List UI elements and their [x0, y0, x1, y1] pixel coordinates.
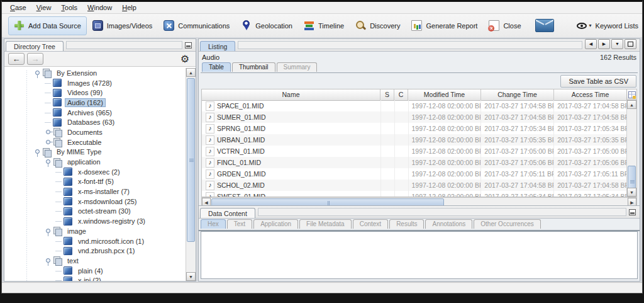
geolocation-button[interactable]: Geolocation — [235, 16, 298, 35]
tree-item[interactable]: Documents — [4, 127, 186, 137]
tree-expand-handle[interactable] — [54, 197, 64, 206]
tree-item[interactable]: octet-stream (30) — [4, 207, 186, 217]
tree-item[interactable]: Executable — [4, 137, 186, 147]
view-tab[interactable]: Summary — [277, 62, 318, 72]
tree-item[interactable]: By Extension — [4, 68, 186, 78]
generate-report-button[interactable]: Generate Report — [406, 16, 483, 35]
column-header-change-time[interactable]: Change Time — [481, 89, 554, 100]
data-content-tab[interactable]: Results — [389, 219, 424, 229]
tree-item[interactable]: image — [4, 226, 186, 236]
table-row[interactable]: VCTRN_01.MID 1997-12-08 02:00:00 BRST 20… — [202, 146, 626, 157]
tree-item[interactable]: By MIME Type — [4, 147, 186, 157]
keyword-lists-button[interactable]: ▾ Keyword Lists — [571, 16, 644, 35]
tree-expand-handle[interactable] — [43, 128, 53, 137]
column-header-modified-time[interactable]: Modified Time — [408, 89, 481, 100]
data-content-tab[interactable]: File Metadata — [299, 219, 352, 229]
maximize-panel-button[interactable] — [625, 39, 636, 49]
scroll-tabs-right-button[interactable]: ▶ — [598, 39, 610, 49]
tree-item[interactable]: Archives (965) — [4, 108, 186, 118]
table-row[interactable]: SPRNG_01.MID 1997-12-08 02:00:00 BRST 20… — [202, 123, 626, 134]
tree-expand-handle[interactable] — [43, 108, 53, 117]
scroll-up-icon[interactable]: ▲ — [627, 100, 636, 109]
tree-expand-handle[interactable] — [54, 246, 64, 255]
tree-expand-handle[interactable] — [54, 177, 64, 186]
tree-item[interactable]: vnd.microsoft.icon (1) — [4, 236, 186, 246]
communications-button[interactable]: Communications — [158, 16, 235, 35]
tree-item[interactable]: Audio (162) — [4, 98, 186, 108]
tree-expand-handle[interactable] — [54, 276, 64, 281]
tree-item[interactable]: x.windows-registry (3) — [4, 216, 186, 226]
table-row[interactable]: URBAN_01.MID 1997-12-08 02:00:00 BRST 20… — [202, 134, 626, 146]
timeline-button[interactable]: Timeline — [298, 16, 350, 35]
data-content-tab[interactable]: Context — [353, 219, 388, 229]
tree-item[interactable]: text — [4, 256, 186, 266]
gear-icon[interactable]: ⚙ — [180, 54, 189, 64]
table-row[interactable]: SWEST_01.MID 1997-12-08 02:00:00 BRST 20… — [202, 191, 626, 197]
table-options-icon[interactable] — [626, 89, 636, 100]
data-content-tab[interactable]: Text — [227, 219, 252, 229]
table-row[interactable]: SPACE_01.MID 1997-12-08 02:00:00 BRST 20… — [202, 100, 626, 111]
tree-item[interactable]: application — [4, 157, 186, 167]
tree-expand-handle[interactable] — [43, 118, 53, 127]
column-header-s[interactable]: S — [380, 89, 394, 100]
tree-expand-handle[interactable] — [33, 147, 42, 156]
tree-item[interactable]: plain (4) — [4, 266, 186, 276]
tree-item[interactable]: Images (4728) — [4, 78, 186, 88]
tree-item[interactable]: vnd.zbrush.pcx (1) — [4, 246, 186, 256]
menu-item[interactable]: Tools — [57, 3, 82, 12]
add-data-source-button[interactable]: Add Data Source — [8, 16, 87, 35]
scroll-down-icon[interactable]: ▼ — [186, 272, 196, 281]
tree-item[interactable]: Databases (63) — [4, 117, 186, 127]
tree-expand-handle[interactable] — [54, 266, 64, 275]
tree-item[interactable]: Videos (99) — [4, 88, 186, 98]
data-content-title[interactable]: Data Content — [200, 208, 255, 218]
tree-scrollbar-thumb[interactable] — [187, 78, 195, 242]
table-row[interactable]: GRDEN_01.MID 1997-12-08 02:00:00 BRST 20… — [202, 168, 626, 180]
scroll-down-icon[interactable]: ▼ — [627, 188, 636, 197]
table-vertical-scrollbar[interactable]: ▲ ▼ — [626, 100, 636, 197]
tree-expand-handle[interactable] — [54, 207, 64, 215]
tree-expand-handle[interactable] — [54, 217, 64, 226]
images-videos-button[interactable]: Images/Videos — [87, 16, 158, 35]
directory-tree-title[interactable]: Directory Tree — [6, 41, 64, 51]
minimize-panel-icon[interactable] — [629, 209, 636, 215]
scroll-tabs-left-button[interactable]: ◀ — [585, 39, 597, 49]
tree-expand-handle[interactable] — [43, 88, 53, 97]
menu-item[interactable]: Window — [83, 3, 116, 12]
table-row[interactable]: FINCL_01.MID 1997-12-08 02:00:00 BRST 20… — [202, 157, 626, 168]
tab-list-dropdown-button[interactable]: ▼ — [611, 39, 623, 49]
tree-item[interactable]: x-ini (2) — [4, 275, 186, 281]
tree-expand-handle[interactable] — [43, 227, 53, 236]
tree-expand-handle[interactable] — [43, 256, 53, 265]
data-content-tab[interactable]: Hex — [201, 219, 226, 229]
save-table-csv-button[interactable]: Save Table as CSV — [560, 75, 636, 88]
discovery-button[interactable]: Discovery — [350, 16, 406, 35]
tree-item[interactable]: x-font-ttf (5) — [4, 177, 186, 187]
tree-item[interactable]: x-ms-installer (7) — [4, 186, 186, 197]
column-header-c[interactable]: C — [394, 89, 408, 100]
minimize-panel-icon[interactable] — [185, 42, 192, 49]
table-row[interactable]: SCHOL_02.MID 1997-12-08 02:00:00 BRST 20… — [202, 180, 626, 191]
data-content-tab[interactable]: Application — [253, 219, 298, 229]
tree-expand-handle[interactable] — [43, 138, 53, 147]
tree-expand-handle[interactable] — [54, 237, 64, 246]
table-row[interactable]: SUMER_01.MID 1997-12-08 02:00:00 BRST 20… — [202, 111, 626, 123]
tree-expand-handle[interactable] — [43, 157, 53, 166]
tree-item[interactable]: x-msdownload (25) — [4, 197, 186, 207]
tree-item[interactable]: x-dosexec (2) — [4, 167, 186, 177]
close-case-button[interactable]: Close — [483, 16, 526, 35]
tab-listing[interactable]: Listing — [200, 41, 235, 51]
view-tab[interactable]: Table — [202, 62, 231, 72]
tree-scrollbar[interactable]: ▲ ▼ — [186, 68, 196, 281]
tree-expand-handle[interactable] — [33, 69, 42, 77]
forward-button[interactable]: → — [27, 53, 43, 65]
menu-item[interactable]: Case — [6, 3, 31, 12]
view-tab[interactable]: Thumbnail — [232, 62, 275, 72]
data-content-tab[interactable]: Other Occurrences — [474, 219, 540, 229]
data-content-tab[interactable]: Annotations — [425, 219, 472, 229]
tree-expand-handle[interactable] — [43, 98, 53, 107]
tree-expand-handle[interactable] — [43, 79, 53, 88]
tree-expand-handle[interactable] — [54, 187, 64, 196]
back-button[interactable]: ← — [8, 53, 25, 65]
menu-item[interactable]: Help — [118, 3, 141, 12]
